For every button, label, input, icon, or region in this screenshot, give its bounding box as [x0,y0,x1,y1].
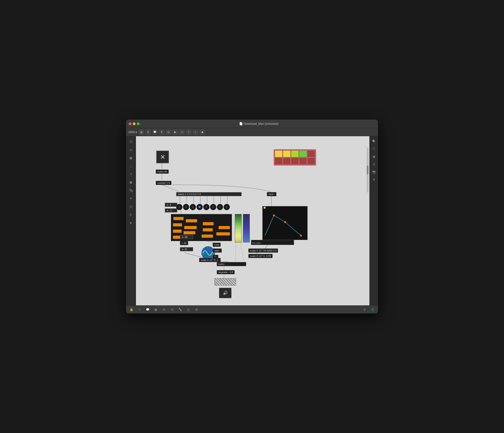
sidebar-icon-star[interactable]: ★ [127,219,135,226]
settings-icon[interactable]: ⚙ [371,176,377,183]
wrench-icon[interactable]: 🔧 [178,307,183,312]
scrollbar-vertical[interactable] [367,147,369,193]
envelope-svg [263,206,308,240]
grid-icon[interactable]: ⊞ [161,307,167,312]
scale3-obj[interactable]: scale 0 127 0. 0.99 [248,254,272,258]
knob-6[interactable] [210,204,216,210]
pad-3[interactable] [291,151,298,157]
list-icon[interactable]: ☰ [371,161,377,167]
number-61-obj[interactable]: 61 [180,247,193,251]
sidebar-icon-target[interactable]: ◎ [127,146,135,153]
nb60-triangle [181,236,184,238]
camera-icon[interactable]: 📷 [371,169,377,175]
degrade-obj[interactable]: degrade~ 0.8 [217,270,235,274]
pad-8[interactable] [291,158,298,164]
sidebar-icon-devices[interactable]: ⬡ [127,138,135,145]
pad-6[interactable] [275,158,282,164]
metro-obj[interactable]: metro 8n [156,170,169,174]
toolbar: 100% ▾ ▤ ∥ 💬 ✕ ◎ ▶ ▭ ? + ◆ [126,128,378,136]
sidebar-icon-display[interactable]: ▣ [127,154,135,162]
knob-8[interactable] [224,204,230,210]
sidebar-icon-note[interactable]: ♩ [127,162,135,170]
copy-icon[interactable]: ▣ [153,307,159,312]
midi-icon[interactable]: ||| [186,307,191,312]
maximize-button[interactable] [137,122,140,125]
note-6 [173,230,181,233]
sidebar-icon-plugin[interactable]: ✦ [127,195,135,202]
traffic-lights [129,122,140,125]
live-adsr-obj[interactable]: live.adsr~ [251,240,294,245]
lores-label: lores~ [218,263,225,265]
pad-7[interactable] [283,158,290,164]
scale2-obj[interactable]: scale 0 127 00 6000 0.5 [248,249,278,253]
saw-obj[interactable]: saw~ [213,249,222,253]
cursor-icon[interactable]: ↖ [137,307,142,312]
knob-2[interactable] [183,204,189,210]
counter-obj[interactable]: counter 1 8 [156,181,171,185]
main-area: ⬡ ◎ ▣ ♩ ⠿ ▣ 📎 ✦ ◎ b ★ [126,136,378,305]
toolbar-btn-rect[interactable]: ▭ [180,130,184,135]
lock-icon[interactable]: 🔒 [129,307,134,312]
knob-3[interactable] [190,204,196,210]
mtof-obj[interactable]: mtof [213,243,221,247]
zoom-arrow: ▾ [136,130,137,134]
knob5-indicator [206,206,207,208]
keyboard-icon[interactable]: ⊞ [194,307,199,312]
sidebar-icon-b[interactable]: b [127,211,135,218]
pad-1[interactable] [275,151,282,157]
toggle-button[interactable]: ✕ [156,151,169,163]
pad-4[interactable] [299,151,307,157]
minimize-button[interactable] [133,122,135,125]
grid-pads[interactable] [274,149,316,165]
number-neg1-obj[interactable]: -1 [165,208,177,212]
toolbar-btn-comment[interactable]: 💬 [153,130,157,135]
svg-line-15 [184,253,204,258]
sidebar-icon-image[interactable]: ▣ [127,179,135,186]
toolbar-btn-cols[interactable]: ∥ [146,130,151,135]
click-obj[interactable]: click~ [267,192,276,196]
toolbar-btn-diamond[interactable]: ◆ [200,130,205,135]
patch-canvas[interactable]: ✕ metro 8n counter 1 8 select 1 2 3 4 5 … [136,136,369,305]
pause-icon[interactable]: ⏸ [362,307,367,312]
toolbar-btn-add[interactable]: + [193,130,198,135]
scrollbar-thumb[interactable] [367,165,369,174]
plus40-obj[interactable]: + 40 [180,241,188,245]
toolbar-btn-layout[interactable]: ▤ [139,130,144,135]
sidebar-icon-clip[interactable]: 📎 [127,187,135,194]
number-60-obj[interactable]: 60 [180,235,193,239]
knob7-indicator [220,206,220,208]
zoom-control[interactable]: 100% ▾ [128,130,137,134]
knob6-indicator [213,206,213,208]
knob-1[interactable] [176,204,182,210]
power-icon[interactable]: ⏻ [370,307,375,312]
info-icon[interactable]: ⓘ [371,146,377,152]
select-obj[interactable]: select 1 2 3 4 5 6 7 8 [176,192,242,196]
saw-label: saw~ [214,249,220,252]
comment-icon[interactable]: 💬 [145,307,150,312]
search-icon[interactable]: 🔍 [371,138,377,144]
toolbar-btn-circle[interactable]: ◎ [166,130,171,135]
mult-obj[interactable]: *~ [213,255,218,259]
sidebar-icon-ring[interactable]: ◎ [127,203,135,210]
close-button[interactable] [129,122,131,125]
number-4-obj[interactable]: 4 [165,203,177,207]
knob-5[interactable] [203,204,209,210]
note-2 [186,219,197,222]
pad-9[interactable] [299,158,307,164]
pad-2[interactable] [283,151,290,157]
pad-5[interactable] [307,151,315,157]
pad-10[interactable] [307,158,315,164]
dac-btn[interactable]: 🔊 [219,288,232,298]
knob-row [176,204,230,210]
toolbar-btn-help[interactable]: ? [186,130,191,135]
knob-4[interactable] [197,204,203,210]
toolbar-btn-close[interactable]: ✕ [159,130,164,135]
snap-icon[interactable]: ⊞ [169,307,175,312]
lores-obj[interactable]: lores~ [217,262,246,266]
nb-triangle-icon [166,204,169,206]
knob-7[interactable] [217,204,223,210]
toolbar-btn-play[interactable]: ▶ [173,130,178,135]
sidebar-icon-dots[interactable]: ⠿ [127,171,135,178]
envelope-display[interactable] [262,206,307,240]
panel-icon[interactable]: ▣ [371,153,377,160]
